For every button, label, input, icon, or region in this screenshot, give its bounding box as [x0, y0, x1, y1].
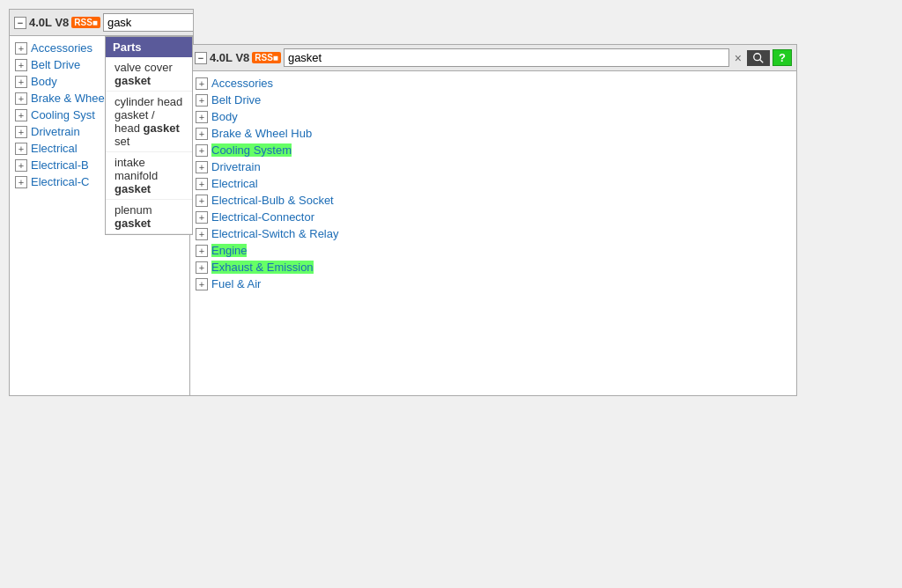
item-link-highlighted[interactable]: Cooling System — [211, 143, 292, 157]
autocomplete-header: Parts — [106, 37, 192, 57]
list-item[interactable]: + Electrical-Bulb & Socket — [190, 192, 796, 209]
expand-icon[interactable]: + — [15, 143, 27, 155]
right-search-bar: − 4.0L V8 RSS■ × ? — [190, 45, 796, 71]
right-search-button[interactable] — [747, 50, 770, 66]
right-tree-list: + Accessories + Belt Drive + Body + Brak… — [190, 71, 796, 296]
expand-icon[interactable]: + — [196, 228, 208, 240]
expand-icon[interactable]: + — [196, 245, 208, 257]
right-engine-minus: − 4.0L V8 — [195, 51, 249, 64]
expand-icon[interactable]: + — [196, 144, 208, 157]
expand-icon[interactable]: + — [196, 261, 208, 274]
item-link[interactable]: Electrical-C — [31, 175, 89, 188]
right-rss-badge: RSS■ — [252, 52, 281, 63]
list-item[interactable]: + Exhaust & Emission — [190, 259, 796, 276]
expand-icon[interactable]: + — [196, 178, 208, 190]
list-item[interactable]: + Drivetrain — [190, 158, 796, 175]
expand-icon[interactable]: + — [15, 159, 27, 172]
item-link[interactable]: Electrical-Bulb & Socket — [211, 194, 334, 207]
item-link[interactable]: Cooling Syst — [31, 108, 95, 121]
expand-icon[interactable]: + — [196, 94, 208, 107]
list-item[interactable]: + Electrical-Connector — [190, 209, 796, 225]
expand-icon[interactable]: + — [196, 278, 208, 290]
item-link[interactable]: Body — [31, 75, 57, 88]
item-link[interactable]: Belt Drive — [31, 58, 80, 71]
left-engine-minus: − 4.0L V8 — [14, 16, 69, 29]
item-link[interactable]: Drivetrain — [31, 125, 80, 138]
expand-icon[interactable]: + — [196, 128, 208, 140]
list-item[interactable]: + Accessories — [190, 75, 796, 92]
list-item[interactable]: + Electrical-Switch & Relay — [190, 225, 796, 242]
item-link[interactable]: Accessories — [31, 41, 92, 55]
right-clear-button[interactable]: × — [732, 51, 744, 65]
item-link[interactable]: Body — [211, 110, 238, 123]
expand-icon[interactable]: + — [15, 176, 27, 188]
list-item[interactable]: + Engine — [190, 242, 796, 259]
expand-icon[interactable]: + — [15, 92, 27, 105]
item-link[interactable]: Electrical-Connector — [211, 210, 314, 224]
minus-icon[interactable]: − — [195, 52, 207, 64]
expand-icon[interactable]: + — [196, 111, 208, 123]
item-link[interactable]: Fuel & Air — [211, 277, 261, 290]
list-item[interactable]: + Body — [190, 108, 796, 125]
autocomplete-dropdown: Parts valve cover gasket cylinder head g… — [105, 36, 193, 235]
expand-icon[interactable]: + — [196, 161, 208, 173]
item-link[interactable]: Brake & Whee — [31, 92, 105, 105]
minus-icon[interactable]: − — [14, 17, 26, 29]
expand-icon[interactable]: + — [15, 76, 27, 88]
svg-point-2 — [754, 53, 761, 60]
right-panel: − 4.0L V8 RSS■ × ? + Accessories — [189, 44, 797, 396]
left-rss-badge: RSS■ — [71, 17, 100, 28]
autocomplete-item[interactable]: plenum gasket — [106, 200, 192, 234]
left-search-input[interactable] — [103, 13, 194, 32]
right-search-input[interactable] — [284, 48, 729, 67]
expand-icon[interactable]: + — [196, 195, 208, 207]
item-link-highlighted[interactable]: Exhaust & Emission — [211, 261, 314, 274]
expand-icon[interactable]: + — [15, 109, 27, 121]
search-icon — [752, 52, 765, 64]
left-search-bar: − 4.0L V8 RSS■ × ? — [10, 10, 193, 36]
expand-icon[interactable]: + — [15, 42, 27, 55]
right-engine-label: 4.0L V8 — [210, 51, 249, 64]
item-link[interactable]: Electrical — [31, 142, 78, 155]
left-engine-label: 4.0L V8 — [29, 16, 69, 29]
item-link[interactable]: Accessories — [211, 77, 273, 90]
item-link[interactable]: Electrical — [211, 177, 258, 190]
expand-icon[interactable]: + — [15, 126, 27, 138]
list-item[interactable]: + Brake & Wheel Hub — [190, 125, 796, 142]
svg-line-3 — [760, 59, 764, 62]
item-link[interactable]: Brake & Wheel Hub — [211, 127, 312, 140]
item-link[interactable]: Electrical-Switch & Relay — [211, 227, 339, 240]
right-help-button[interactable]: ? — [773, 49, 792, 66]
item-link[interactable]: Drivetrain — [211, 160, 261, 173]
item-link[interactable]: Belt Drive — [211, 93, 261, 107]
left-panel: − 4.0L V8 RSS■ × ? Parts valve cover gas… — [9, 9, 194, 396]
autocomplete-item[interactable]: cylinder head gasket / head gasket set — [106, 92, 192, 152]
autocomplete-item[interactable]: valve cover gasket — [106, 57, 192, 92]
item-link[interactable]: Electrical-B — [31, 158, 89, 172]
autocomplete-item[interactable]: intake manifold gasket — [106, 152, 192, 200]
item-link-highlighted[interactable]: Engine — [211, 244, 247, 257]
expand-icon[interactable]: + — [15, 59, 27, 71]
expand-icon[interactable]: + — [196, 211, 208, 224]
expand-icon[interactable]: + — [196, 77, 208, 90]
list-item[interactable]: + Electrical — [190, 175, 796, 192]
list-item[interactable]: + Belt Drive — [190, 92, 796, 108]
list-item[interactable]: + Fuel & Air — [190, 276, 796, 292]
list-item[interactable]: + Cooling System — [190, 142, 796, 158]
